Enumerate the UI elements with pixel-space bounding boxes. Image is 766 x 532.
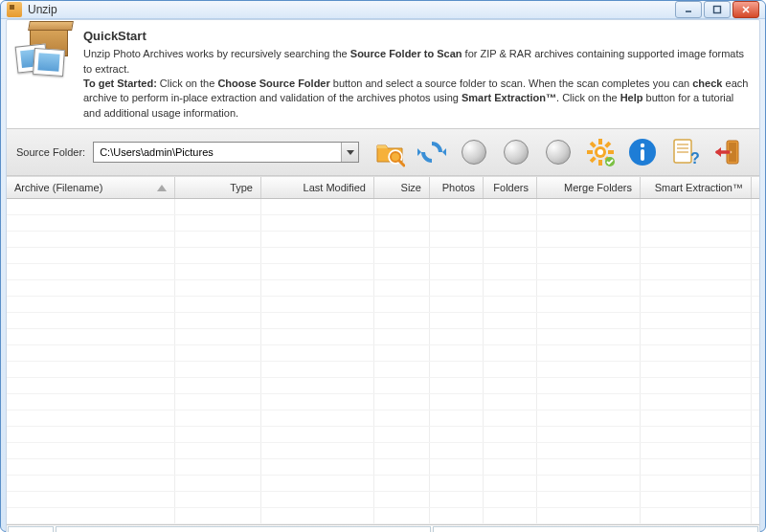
info-button[interactable] bbox=[625, 135, 660, 169]
svg-line-7 bbox=[399, 161, 404, 166]
archive-table: Archive (Filename) Type Last Modified Si… bbox=[7, 176, 759, 524]
statusbar: Ready bbox=[7, 524, 759, 532]
toolbar: Source Folder: C:\Users\admin\Pictures bbox=[7, 128, 759, 176]
refresh-button[interactable] bbox=[415, 135, 449, 169]
col-smart[interactable]: Smart Extraction™ bbox=[641, 177, 752, 198]
svg-point-23 bbox=[641, 144, 644, 147]
exit-button[interactable] bbox=[710, 135, 744, 169]
app-icon bbox=[7, 2, 22, 17]
svg-rect-25 bbox=[674, 140, 691, 163]
window-controls bbox=[675, 1, 759, 18]
status-right bbox=[433, 526, 758, 532]
choose-source-folder-button[interactable] bbox=[372, 135, 407, 169]
table-row bbox=[7, 199, 759, 215]
svg-marker-8 bbox=[442, 148, 446, 156]
titlebar[interactable]: Unzip bbox=[1, 1, 765, 19]
table-row bbox=[7, 443, 759, 459]
col-merge[interactable]: Merge Folders bbox=[537, 177, 641, 198]
table-row bbox=[7, 378, 759, 394]
table-row bbox=[7, 362, 759, 378]
table-body[interactable] bbox=[7, 199, 759, 524]
table-row bbox=[7, 459, 759, 476]
source-folder-value: C:\Users\admin\Pictures bbox=[100, 146, 214, 158]
quickstart-panel: QuickStart Unzip Photo Archives works by… bbox=[7, 20, 759, 128]
help-button[interactable]: ? bbox=[667, 135, 702, 169]
app-window: Unzip QuickStart Unzip Photo Archi bbox=[0, 0, 766, 532]
content-area: QuickStart Unzip Photo Archives works by… bbox=[6, 19, 760, 532]
col-type[interactable]: Type bbox=[175, 177, 261, 198]
table-row bbox=[7, 297, 759, 313]
svg-marker-4 bbox=[347, 150, 354, 155]
table-row bbox=[7, 492, 759, 508]
table-row bbox=[7, 232, 759, 248]
table-row bbox=[7, 410, 759, 427]
status-ready: Ready bbox=[8, 526, 54, 532]
svg-rect-24 bbox=[641, 149, 644, 161]
quickstart-text: QuickStart Unzip Photo Archives works by… bbox=[83, 28, 750, 121]
source-folder-dropdown[interactable]: C:\Users\admin\Pictures bbox=[93, 142, 359, 163]
col-size[interactable]: Size bbox=[374, 177, 430, 198]
table-row bbox=[7, 427, 759, 443]
table-row bbox=[7, 394, 759, 410]
svg-rect-11 bbox=[598, 139, 602, 144]
table-row bbox=[7, 248, 759, 264]
svg-rect-14 bbox=[608, 150, 614, 154]
table-row bbox=[7, 280, 759, 297]
sort-indicator-icon bbox=[157, 185, 167, 191]
minimize-button[interactable] bbox=[675, 1, 702, 18]
col-modified[interactable]: Last Modified bbox=[261, 177, 374, 198]
status-sphere-2[interactable] bbox=[499, 135, 533, 169]
settings-button[interactable] bbox=[583, 135, 618, 169]
svg-text:?: ? bbox=[690, 150, 700, 166]
close-button[interactable] bbox=[732, 1, 759, 18]
table-row bbox=[7, 476, 759, 492]
col-archive[interactable]: Archive (Filename) bbox=[7, 177, 175, 198]
svg-point-19 bbox=[597, 149, 603, 155]
svg-rect-12 bbox=[598, 160, 602, 166]
table-row bbox=[7, 313, 759, 329]
svg-marker-9 bbox=[417, 148, 421, 156]
svg-rect-16 bbox=[590, 156, 597, 163]
svg-marker-33 bbox=[715, 147, 721, 157]
svg-rect-17 bbox=[590, 142, 597, 148]
col-folders[interactable]: Folders bbox=[484, 177, 537, 198]
status-sphere-3[interactable] bbox=[541, 135, 575, 169]
table-row bbox=[7, 345, 759, 362]
table-row bbox=[7, 264, 759, 280]
maximize-button[interactable] bbox=[704, 1, 731, 18]
table-row bbox=[7, 215, 759, 232]
quickstart-title: QuickStart bbox=[83, 28, 750, 45]
status-middle bbox=[56, 526, 431, 532]
dropdown-arrow-icon bbox=[341, 143, 358, 162]
col-photos[interactable]: Photos bbox=[430, 177, 484, 198]
table-row bbox=[7, 508, 759, 524]
quickstart-icon bbox=[16, 28, 74, 78]
status-sphere-1[interactable] bbox=[457, 135, 491, 169]
svg-rect-13 bbox=[587, 150, 593, 154]
quickstart-body: Unzip Photo Archives works by recursivel… bbox=[83, 47, 750, 121]
toolbar-buttons: ? bbox=[372, 135, 744, 169]
table-row bbox=[7, 329, 759, 345]
window-title: Unzip bbox=[28, 3, 57, 16]
source-folder-label: Source Folder: bbox=[16, 146, 85, 158]
svg-rect-15 bbox=[604, 142, 611, 148]
svg-rect-1 bbox=[714, 7, 721, 13]
table-header: Archive (Filename) Type Last Modified Si… bbox=[7, 177, 759, 199]
